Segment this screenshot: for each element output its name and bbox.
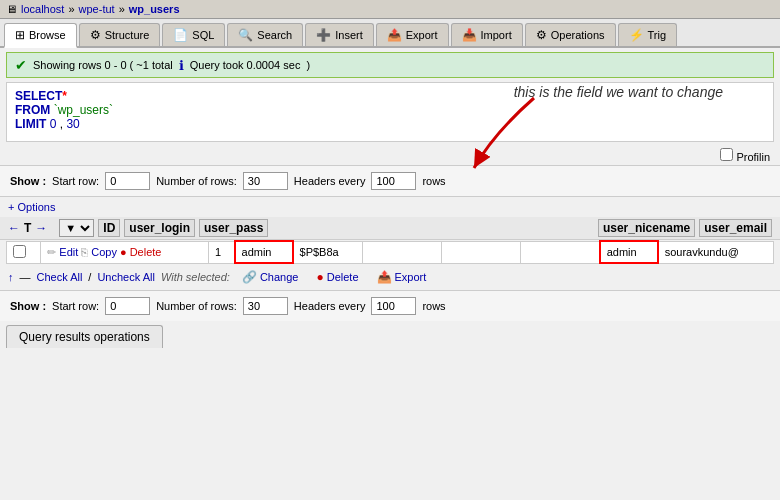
change-button[interactable]: 🔗 Change bbox=[236, 268, 305, 286]
browse-icon: ⊞ bbox=[15, 28, 25, 42]
sql-limit-sep: , bbox=[60, 117, 63, 131]
options-label[interactable]: + Options bbox=[8, 201, 55, 213]
nav-back2-icon[interactable]: ↑ bbox=[8, 271, 14, 283]
row-checkbox[interactable] bbox=[13, 245, 26, 258]
num-rows-label-bottom: Number of rows: bbox=[156, 300, 237, 312]
delete-selected-button[interactable]: ● Delete bbox=[310, 268, 364, 286]
annotation-arrow bbox=[454, 93, 574, 173]
nav-sort-select[interactable]: ▼ bbox=[59, 219, 94, 237]
sql-icon: 📄 bbox=[173, 28, 188, 42]
query-results-operations-tab[interactable]: Query results operations bbox=[6, 325, 163, 348]
tab-structure-label: Structure bbox=[105, 29, 150, 41]
start-row-input-top[interactable] bbox=[105, 172, 150, 190]
tab-insert-label: Insert bbox=[335, 29, 363, 41]
row-user-login-cell: admin bbox=[235, 241, 293, 263]
uncheck-all-link[interactable]: Uncheck All bbox=[97, 271, 154, 283]
nav-table-icon: T bbox=[24, 221, 31, 235]
headers-label-bottom: Headers every bbox=[294, 300, 366, 312]
tab-browse-label: Browse bbox=[29, 29, 66, 41]
tab-browse[interactable]: ⊞ Browse bbox=[4, 23, 77, 48]
tab-trig-label: Trig bbox=[648, 29, 667, 41]
delete-link[interactable]: Delete bbox=[130, 246, 162, 258]
export-icon: 📤 bbox=[387, 28, 402, 42]
check-sep: / bbox=[88, 271, 91, 283]
trig-icon: ⚡ bbox=[629, 28, 644, 42]
num-rows-label-top: Number of rows: bbox=[156, 175, 237, 187]
tab-operations[interactable]: ⚙ Operations bbox=[525, 23, 616, 46]
breadcrumb-sep2: » bbox=[119, 3, 125, 15]
tab-export[interactable]: 📤 Export bbox=[376, 23, 449, 46]
rows-label-bottom: rows bbox=[422, 300, 445, 312]
headers-label-top: Headers every bbox=[294, 175, 366, 187]
status-close-paren: ) bbox=[306, 59, 310, 71]
breadcrumb-server[interactable]: localhost bbox=[21, 3, 64, 15]
change-label: Change bbox=[260, 271, 299, 283]
tab-structure[interactable]: ⚙ Structure bbox=[79, 23, 161, 46]
sql-limit-keyword: LIMIT bbox=[15, 117, 46, 131]
num-rows-input-bottom[interactable] bbox=[243, 297, 288, 315]
delete-selected-icon: ● bbox=[316, 270, 323, 284]
copy-icon: ⎘ bbox=[81, 246, 88, 258]
tab-insert[interactable]: ➕ Insert bbox=[305, 23, 374, 46]
tab-import-label: Import bbox=[481, 29, 512, 41]
tab-search[interactable]: 🔍 Search bbox=[227, 23, 303, 46]
status-text: Showing rows 0 - 0 ( ~1 total bbox=[33, 59, 173, 71]
qro-tab-label: Query results operations bbox=[19, 330, 150, 344]
sql-table-name: `wp_users` bbox=[54, 103, 113, 117]
sql-editor: SELECT* FROM `wp_users` LIMIT 0 , 30 thi… bbox=[6, 82, 774, 142]
status-check-icon: ✔ bbox=[15, 57, 27, 73]
col-user-email: user_email bbox=[699, 219, 772, 237]
sql-limit-start: 0 bbox=[50, 117, 57, 131]
col-user-login: user_login bbox=[124, 219, 195, 237]
data-table: ✏ Edit ⎘ Copy ● Delete 1 admin $P$B8a ad… bbox=[6, 240, 774, 264]
status-info-icon: ℹ bbox=[179, 58, 184, 73]
delete-icon: ● bbox=[120, 246, 127, 258]
table-area: ✏ Edit ⎘ Copy ● Delete 1 admin $P$B8a ad… bbox=[6, 240, 774, 264]
edit-link[interactable]: Edit bbox=[59, 246, 78, 258]
tab-operations-label: Operations bbox=[551, 29, 605, 41]
show-row-bottom: Show : Start row: Number of rows: Header… bbox=[0, 290, 780, 321]
check-all-link[interactable]: Check All bbox=[37, 271, 83, 283]
table-row: ✏ Edit ⎘ Copy ● Delete 1 admin $P$B8a ad… bbox=[7, 241, 774, 263]
nav-forward-icon[interactable]: → bbox=[35, 221, 47, 235]
row-spacer-cell1 bbox=[362, 241, 441, 263]
tab-sql-label: SQL bbox=[192, 29, 214, 41]
tab-import[interactable]: 📥 Import bbox=[451, 23, 523, 46]
tab-trig[interactable]: ⚡ Trig bbox=[618, 23, 678, 46]
tab-export-label: Export bbox=[406, 29, 438, 41]
nav-sep2: — bbox=[20, 271, 31, 283]
tab-search-label: Search bbox=[257, 29, 292, 41]
col-user-pass: user_pass bbox=[199, 219, 268, 237]
nav-back-icon[interactable]: ← bbox=[8, 221, 20, 235]
export-selected-label: Export bbox=[395, 271, 427, 283]
insert-icon: ➕ bbox=[316, 28, 331, 42]
tab-bar: ⊞ Browse ⚙ Structure 📄 SQL 🔍 Search ➕ In… bbox=[0, 19, 780, 48]
breadcrumb-sep1: » bbox=[68, 3, 74, 15]
export-selected-button[interactable]: 📤 Export bbox=[371, 268, 433, 286]
headers-input-bottom[interactable] bbox=[371, 297, 416, 315]
headers-input-top[interactable] bbox=[371, 172, 416, 190]
annotation-text: this is the field we want to change bbox=[514, 83, 723, 163]
row-user-pass-cell: $P$B8a bbox=[293, 241, 363, 263]
options-row[interactable]: + Options bbox=[0, 197, 780, 217]
start-row-label-top: Start row: bbox=[52, 175, 99, 187]
delete-selected-label: Delete bbox=[327, 271, 359, 283]
row-spacer-cell2 bbox=[441, 241, 520, 263]
breadcrumb-db[interactable]: wpe-tut bbox=[79, 3, 115, 15]
nav-row: ← T → ▼ ID user_login user_pass user_nic… bbox=[0, 217, 780, 240]
sql-limit-end: 30 bbox=[66, 117, 79, 131]
import-icon: 📥 bbox=[462, 28, 477, 42]
breadcrumb-table[interactable]: wp_users bbox=[129, 3, 180, 15]
copy-link[interactable]: Copy bbox=[91, 246, 117, 258]
profiling-label: Profilin bbox=[736, 151, 770, 163]
change-icon: 🔗 bbox=[242, 270, 257, 284]
structure-icon: ⚙ bbox=[90, 28, 101, 42]
breadcrumb: 🖥 localhost » wpe-tut » wp_users bbox=[0, 0, 780, 19]
check-all-row: ↑ — Check All / Uncheck All With selecte… bbox=[0, 264, 780, 290]
sql-from-keyword: FROM bbox=[15, 103, 50, 117]
num-rows-input-top[interactable] bbox=[243, 172, 288, 190]
show-label-bottom: Show : bbox=[10, 300, 46, 312]
status-bar: ✔ Showing rows 0 - 0 ( ~1 total ℹ Query … bbox=[6, 52, 774, 78]
start-row-input-bottom[interactable] bbox=[105, 297, 150, 315]
tab-sql[interactable]: 📄 SQL bbox=[162, 23, 225, 46]
